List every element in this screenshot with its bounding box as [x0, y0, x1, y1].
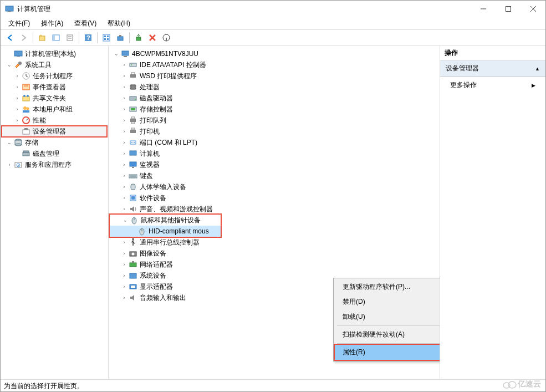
expand-icon[interactable]: › — [121, 73, 127, 79]
svg-rect-30 — [23, 84, 29, 90]
device-network[interactable]: ›网络适配器 — [109, 259, 440, 270]
device-computer[interactable]: ›计算机 — [109, 148, 440, 159]
menu-view[interactable]: 查看(V) — [71, 18, 100, 29]
actions-more[interactable]: 更多操作 ▶ — [440, 77, 545, 93]
device-imaging[interactable]: ›图像设备 — [109, 248, 440, 259]
collapse-section-icon[interactable]: ▲ — [535, 66, 540, 72]
svg-rect-68 — [130, 130, 136, 133]
collapse-icon[interactable]: ⌄ — [122, 217, 129, 223]
context-menu: 更新驱动程序软件(P)... 禁用(D) 卸载(U) 扫描检测硬件改动(A) 属… — [333, 278, 440, 362]
view-mode-button[interactable] — [100, 32, 113, 44]
collapse-icon[interactable]: ⌄ — [6, 139, 13, 146]
device-print-queue[interactable]: ›打印队列 — [109, 115, 440, 126]
expand-icon[interactable]: › — [121, 172, 127, 179]
collapse-icon[interactable]: ⌄ — [6, 62, 13, 68]
device-root[interactable]: ⌄4BCWPM51NTV8JUU — [109, 48, 440, 59]
tree-root-local[interactable]: 计算机管理(本地) — [2, 48, 107, 59]
show-hide-button[interactable] — [50, 32, 62, 44]
ctx-properties[interactable]: 属性(R) — [335, 345, 440, 360]
expand-icon[interactable]: › — [6, 161, 13, 168]
expand-icon[interactable]: › — [121, 95, 127, 101]
menu-file[interactable]: 文件(F) — [5, 18, 33, 29]
properties-toolbar-button[interactable] — [64, 32, 76, 44]
tree-task-scheduler[interactable]: ›任务计划程序 — [2, 70, 107, 82]
expand-icon[interactable]: › — [121, 283, 127, 290]
svg-rect-27 — [17, 57, 20, 57]
expand-icon[interactable]: › — [14, 106, 21, 113]
expand-icon[interactable]: › — [121, 161, 127, 168]
tree-system-tools[interactable]: ⌄系统工具 — [2, 59, 107, 70]
expand-icon[interactable]: › — [121, 184, 127, 190]
tree-local-users[interactable]: ›本地用户和组 — [2, 104, 107, 115]
tree-storage[interactable]: ⌄存储 — [2, 137, 107, 148]
port-icon — [129, 138, 137, 147]
device-mouse-category[interactable]: ⌄鼠标和其他指针设备 — [110, 215, 221, 226]
tree-disk-mgmt[interactable]: 磁盘管理 — [2, 148, 107, 159]
ctx-uninstall[interactable]: 卸载(U) — [335, 309, 440, 324]
menu-action[interactable]: 操作(A) — [38, 18, 67, 29]
close-button[interactable] — [521, 1, 545, 17]
device-hid-mouse[interactable]: HID-compliant mous — [110, 226, 221, 237]
tree-performance[interactable]: ›性能 — [2, 115, 107, 126]
expand-icon[interactable]: › — [121, 206, 127, 212]
uninstall-button[interactable] — [146, 32, 159, 44]
device-cpu[interactable]: ›处理器 — [109, 82, 440, 93]
expand-icon[interactable]: › — [121, 195, 127, 201]
expand-icon[interactable]: › — [121, 106, 127, 113]
pc-icon — [121, 49, 130, 58]
device-keyboard[interactable]: ›键盘 — [109, 170, 440, 181]
tree-shared-folders[interactable]: ›共享文件夹 — [2, 93, 107, 104]
tree-services[interactable]: ›服务和应用程序 — [2, 159, 107, 170]
expand-icon[interactable]: › — [121, 84, 127, 90]
svg-rect-41 — [24, 128, 28, 130]
tree-event-viewer[interactable]: ›事件查看器 — [2, 82, 107, 93]
device-storage-ctrl[interactable]: ›存储控制器 — [109, 104, 440, 115]
expand-icon[interactable]: › — [121, 128, 127, 135]
actions-section[interactable]: 设备管理器 ▲ — [440, 60, 545, 77]
device-sound[interactable]: ›声音、视频和游戏控制器 — [109, 203, 440, 215]
minimize-button[interactable] — [471, 1, 496, 17]
device-ide[interactable]: ›IDE ATA/ATAPI 控制器 — [109, 59, 440, 70]
device-port[interactable]: ›端口 (COM 和 LPT) — [109, 137, 440, 148]
svg-point-49 — [18, 165, 19, 166]
forward-button[interactable] — [18, 32, 30, 44]
expand-icon[interactable]: › — [121, 150, 127, 157]
scan-hardware-button[interactable] — [114, 32, 126, 44]
clock-icon — [22, 72, 30, 80]
device-usb[interactable]: ›通用串行总线控制器 — [109, 237, 440, 248]
expand-icon[interactable]: › — [121, 261, 127, 268]
back-button[interactable] — [4, 32, 16, 44]
expand-icon[interactable]: › — [121, 250, 127, 257]
menu-help[interactable]: 帮助(H) — [104, 18, 134, 29]
expand-icon[interactable]: › — [121, 294, 127, 301]
expand-icon[interactable]: › — [121, 239, 127, 246]
expand-icon[interactable]: › — [14, 117, 21, 124]
expand-icon[interactable]: › — [121, 272, 127, 279]
expand-icon[interactable]: › — [121, 139, 127, 146]
up-button[interactable] — [36, 32, 48, 44]
expand-icon[interactable]: › — [121, 62, 127, 68]
help-button[interactable]: ? — [82, 32, 94, 44]
ctx-update-driver[interactable]: 更新驱动程序软件(P)... — [335, 279, 440, 294]
expand-icon[interactable]: › — [14, 95, 21, 101]
device-printer[interactable]: ›打印机 — [109, 126, 440, 137]
device-software[interactable]: ›软件设备 — [109, 192, 440, 203]
svg-rect-55 — [131, 73, 135, 74]
svg-rect-20 — [118, 37, 123, 40]
device-disk[interactable]: ›磁盘驱动器 — [109, 93, 440, 104]
collapse-icon[interactable]: ⌄ — [113, 50, 120, 57]
expand-icon[interactable]: › — [14, 84, 21, 90]
ctx-disable[interactable]: 禁用(D) — [335, 294, 440, 309]
device-hid[interactable]: ›人体学输入设备 — [109, 181, 440, 192]
svg-rect-79 — [131, 184, 135, 190]
device-wsd[interactable]: ›WSD 打印提供程序 — [109, 70, 440, 82]
tree-device-manager[interactable]: 设备管理器 — [2, 126, 107, 137]
ctx-scan[interactable]: 扫描检测硬件改动(A) — [335, 327, 440, 342]
update-driver-button[interactable] — [132, 32, 145, 44]
device-monitor[interactable]: ›监视器 — [109, 159, 440, 170]
enable-button[interactable] — [160, 32, 172, 44]
expand-icon[interactable]: › — [14, 73, 21, 79]
statusbar: 为当前的选择打开属性页。 — [1, 379, 545, 391]
maximize-button[interactable] — [496, 1, 521, 17]
expand-icon[interactable]: › — [121, 117, 127, 124]
